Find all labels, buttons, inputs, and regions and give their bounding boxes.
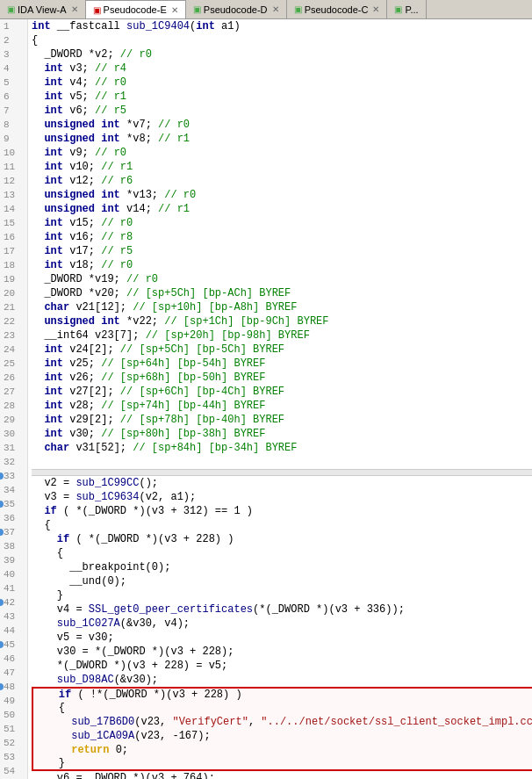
ln-52: 52 [0,736,27,750]
code-line-28[interactable]: int v28; // [sp+74h] [bp-44h] BYREF [32,399,532,413]
code-line-49[interactable]: { [32,701,532,715]
code-line-42[interactable]: v4 = SSL_get0_peer_certificates(*(_DWORD… [32,602,532,617]
ln-18: 18 [0,258,27,272]
tab-label-d: Pseudocode-D [204,4,268,15]
tab-label-p: P... [405,4,418,15]
code-line-14[interactable]: unsigned int v14; // r1 [32,202,532,216]
code-line-44[interactable]: v5 = v30; [32,631,532,645]
tab-close-d[interactable]: ✕ [272,4,279,14]
tab-icon-p: ▣ [394,4,402,14]
code-line-7[interactable]: int v6; // r5 [32,104,532,118]
tab-pseudocode-c[interactable]: ▣ Pseudocode-C ✕ [287,0,388,19]
tab-bar: ▣ IDA View-A ✕ ▣ Pseudocode-E ✕ ▣ Pseudo… [0,0,532,19]
separator [32,469,532,476]
code-line-31[interactable]: char v31[52]; // [sp+84h] [bp-34h] BYREF [32,441,532,455]
ln-12: 12 [0,174,27,188]
ln-27: 27 [0,385,27,399]
code-line-38[interactable]: { [32,546,532,560]
ln-46: 46 [0,652,27,666]
ln-49: 49 [0,694,27,708]
code-line-29[interactable]: int v29[2]; // [sp+78h] [bp-40h] BYREF [32,413,532,427]
ln-30: 30 [0,427,27,441]
code-line-25[interactable]: int v25; // [sp+64h] [bp-54h] BYREF [32,357,532,371]
code-line-5[interactable]: int v4; // r0 [32,76,532,90]
code-line-33[interactable]: v2 = sub_1C99CC(); [32,476,532,490]
ln-10: 10 [0,146,27,160]
tab-icon-d: ▣ [193,4,201,14]
code-line-53[interactable]: } [32,757,532,771]
code-line-11[interactable]: int v10; // r1 [32,160,532,174]
code-line-24[interactable]: int v24[2]; // [sp+5Ch] [bp-5Ch] BYREF [32,343,532,357]
code-line-15[interactable]: int v15; // r0 [32,216,532,230]
code-line-30[interactable]: int v30; // [sp+80h] [bp-38h] BYREF [32,427,532,441]
tab-label: IDA View-A [18,4,66,15]
tab-ida-view[interactable]: ▣ IDA View-A ✕ [0,0,86,19]
ln-53: 53 [0,750,27,764]
tab-label-e: Pseudocode-E [104,4,167,15]
code-line-20[interactable]: _DWORD *v20; // [sp+5Ch] [bp-ACh] BYREF [32,286,532,300]
code-line-40[interactable]: __und(0); [32,574,532,588]
tab-pseudocode-e[interactable]: ▣ Pseudocode-E ✕ [86,0,186,19]
code-line-16[interactable]: int v16; // r8 [32,230,532,244]
ln-41: 41 [0,581,27,595]
code-line-8[interactable]: unsigned int *v7; // r0 [32,118,532,132]
ln-4: 4 [0,61,27,76]
code-line-1[interactable]: int __fastcall sub_1C9404(int a1) [32,19,532,33]
code-line-17[interactable]: int v17; // r5 [32,244,532,258]
tab-pseudocode-p[interactable]: ▣ P... [387,0,426,19]
code-line-26[interactable]: int v26; // [sp+68h] [bp-50h] BYREF [32,371,532,385]
tab-icon-e: ▣ [93,5,101,15]
code-line-52[interactable]: return 0; [32,743,532,757]
ln-26: 26 [0,371,27,385]
code-line-39[interactable]: __breakpoint(0); [32,560,532,574]
code-line-45[interactable]: v30 = *(_DWORD *)(v3 + 228); [32,645,532,659]
ln-42: 42 [0,595,27,609]
code-line-50[interactable]: sub_17B6D0(v23, "VerifyCert", "../../net… [32,715,532,729]
code-line-46[interactable]: *(_DWORD *)(v3 + 228) = v5; [32,659,532,673]
code-line-48[interactable]: if ( !*(_DWORD *)(v3 + 228) ) [32,687,532,701]
ln-45: 45 [0,638,27,652]
app-window: ▣ IDA View-A ✕ ▣ Pseudocode-E ✕ ▣ Pseudo… [0,0,532,779]
ln-1: 1 [0,19,27,33]
code-line-2[interactable]: { [32,33,532,47]
code-line-3[interactable]: _DWORD *v2; // r0 [32,47,532,61]
code-line-27[interactable]: int v27[2]; // [sp+6Ch] [bp-4Ch] BYREF [32,385,532,399]
tab-pseudocode-d[interactable]: ▣ Pseudocode-D ✕ [186,0,287,19]
ln-20: 20 [0,286,27,300]
code-line-35[interactable]: if ( *(_DWORD *)(v3 + 312) == 1 ) [32,504,532,518]
code-line-4[interactable]: int v3; // r4 [32,61,532,76]
code-line-13[interactable]: unsigned int *v13; // r0 [32,188,532,202]
code-line-41[interactable]: } [32,588,532,602]
code-line-43[interactable]: sub_1C027A(&v30, v4); [32,617,532,631]
code-line-6[interactable]: int v5; // r1 [32,90,532,104]
tab-icon-c: ▣ [294,4,302,14]
code-line-37[interactable]: if ( *(_DWORD *)(v3 + 228) ) [32,532,532,546]
code-line-10[interactable]: int v9; // r0 [32,146,532,160]
code-line-12[interactable]: int v12; // r6 [32,174,532,188]
tab-close-e[interactable]: ✕ [171,5,178,15]
ln-37: 37 [0,525,27,539]
ln-14: 14 [0,202,27,216]
tab-close-c[interactable]: ✕ [372,4,379,14]
code-line-54[interactable]: v6 = _DWORD *)(v3 + 764); [32,771,532,779]
code-line-18[interactable]: int v18; // r0 [32,258,532,272]
code-line-51[interactable]: sub_1CA09A(v23, -167); [32,729,532,743]
code-line-47[interactable]: sub_D98AC(&v30); [32,673,532,687]
ln-22: 22 [0,314,27,328]
ln-31: 31 [0,441,27,455]
code-line-22[interactable]: unsigned int *v22; // [sp+1Ch] [bp-9Ch] … [32,314,532,328]
ln-24: 24 [0,343,27,357]
ln-39: 39 [0,553,27,567]
code-line-36[interactable]: { [32,518,532,532]
code-line-9[interactable]: unsigned int *v8; // r1 [32,132,532,146]
ln-35: 35 [0,497,27,511]
ln-28: 28 [0,399,27,413]
code-line-23[interactable]: __int64 v23[7]; // [sp+20h] [bp-98h] BYR… [32,328,532,343]
ln-21: 21 [0,300,27,314]
code-line-34[interactable]: v3 = sub_1C9634(v2, a1); [32,490,532,504]
ln-23: 23 [0,328,27,343]
code-line-19[interactable]: _DWORD *v19; // r0 [32,272,532,286]
tab-close-ida[interactable]: ✕ [71,4,78,14]
code-line-21[interactable]: char v21[12]; // [sp+10h] [bp-A8h] BYREF [32,300,532,314]
ln-43: 43 [0,609,27,624]
